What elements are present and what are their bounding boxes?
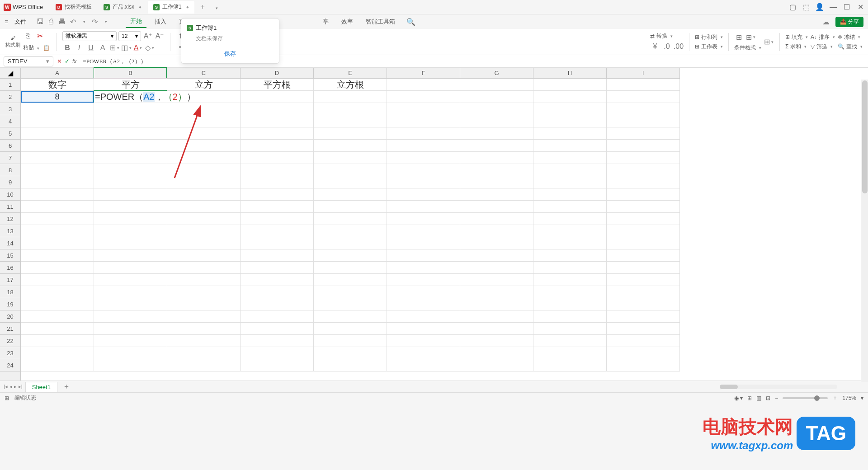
close-button[interactable]: ✕ <box>856 3 864 11</box>
col-header-F[interactable]: F <box>387 68 460 78</box>
col-header-G[interactable]: G <box>460 68 533 78</box>
cell-F24[interactable] <box>387 359 460 371</box>
cell-F22[interactable] <box>387 335 460 347</box>
cell-C9[interactable] <box>167 176 241 188</box>
row-header-6[interactable]: 6 <box>0 140 20 152</box>
add-tab-button[interactable]: ＋ <box>195 0 210 14</box>
row-header-3[interactable]: 3 <box>0 103 20 115</box>
cell-D6[interactable] <box>241 140 314 152</box>
cell-E6[interactable] <box>314 140 387 152</box>
cell-I17[interactable] <box>607 274 680 286</box>
cell-E23[interactable] <box>314 347 387 359</box>
sheet-last-icon[interactable]: ▸| <box>19 384 23 390</box>
font-size-select[interactable]: 12▾ <box>118 31 141 41</box>
cell-F10[interactable] <box>387 188 460 201</box>
cut-icon[interactable]: ✂ <box>35 31 45 41</box>
cell-H20[interactable] <box>533 310 607 323</box>
formula-confirm-icon[interactable]: ✓ <box>65 58 70 65</box>
print-preview-icon[interactable]: ⎙ <box>47 18 55 26</box>
cell-G23[interactable] <box>460 347 533 359</box>
cell-B9[interactable] <box>94 176 167 188</box>
merge-icon[interactable]: ⊞ <box>734 32 744 42</box>
cell-B19[interactable] <box>94 298 167 310</box>
col-header-H[interactable]: H <box>533 68 607 78</box>
cell-D4[interactable] <box>241 115 314 127</box>
cloud-icon[interactable]: ☁ <box>822 18 830 26</box>
row-header-17[interactable]: 17 <box>0 274 20 286</box>
hscroll-thumb[interactable] <box>720 385 738 389</box>
undo-icon[interactable]: ↶ <box>69 18 77 26</box>
zoom-dropdown[interactable]: ▾ <box>861 395 863 401</box>
cell-E21[interactable] <box>314 323 387 335</box>
col-header-C[interactable]: C <box>167 68 241 78</box>
cell-A14[interactable] <box>21 237 94 249</box>
cell-C23[interactable] <box>167 347 241 359</box>
cell-H11[interactable] <box>533 201 607 213</box>
vscroll-thumb[interactable] <box>862 80 868 193</box>
cell-F20[interactable] <box>387 310 460 323</box>
col-header-E[interactable]: E <box>314 68 387 78</box>
grid-body[interactable]: 数字8平方=POWER（A2，（2））立方平方根立方根 <box>21 79 868 381</box>
cell-H3[interactable] <box>533 103 607 115</box>
cell-H23[interactable] <box>533 347 607 359</box>
cell-I2[interactable] <box>607 91 680 103</box>
cell-D14[interactable] <box>241 237 314 249</box>
select-all-corner[interactable]: ◢ <box>0 68 21 79</box>
cell-A10[interactable] <box>21 188 94 201</box>
cell-E7[interactable] <box>314 152 387 164</box>
cell-G5[interactable] <box>460 127 533 140</box>
cell-F7[interactable] <box>387 152 460 164</box>
cell-H22[interactable] <box>533 335 607 347</box>
row-header-9[interactable]: 9 <box>0 176 20 188</box>
tab-workbook1[interactable]: S 工作簿1 ● <box>148 1 194 14</box>
col-header-B[interactable]: B <box>94 68 167 78</box>
cell-G3[interactable] <box>460 103 533 115</box>
view-eye-icon[interactable]: ◉ ▾ <box>734 395 743 401</box>
cell-E20[interactable] <box>314 310 387 323</box>
cell-A15[interactable] <box>21 249 94 262</box>
font-color-icon[interactable]: A <box>133 43 143 53</box>
add-sheet-button[interactable]: ＋ <box>60 382 73 391</box>
grid-icon[interactable]: ⊞ <box>5 395 9 401</box>
cell-C5[interactable] <box>167 127 241 140</box>
view-page-icon[interactable]: ▥ <box>756 395 761 401</box>
ribbon-tab-home[interactable]: 开始 <box>126 15 146 28</box>
share-button[interactable]: 📤 分享 <box>835 17 863 27</box>
row-header-1[interactable]: 1 <box>0 79 20 91</box>
cell-B6[interactable] <box>94 140 167 152</box>
cell-A3[interactable] <box>21 103 94 115</box>
cell-A7[interactable] <box>21 152 94 164</box>
row-header-24[interactable]: 24 <box>0 359 20 371</box>
cell-I14[interactable] <box>607 237 680 249</box>
cell-I8[interactable] <box>607 164 680 176</box>
cell-H2[interactable] <box>533 91 607 103</box>
cell-F23[interactable] <box>387 347 460 359</box>
cell-I13[interactable] <box>607 225 680 237</box>
cell-C12[interactable] <box>167 213 241 225</box>
cell-A16[interactable] <box>21 262 94 274</box>
cell-B23[interactable] <box>94 347 167 359</box>
cell-I15[interactable] <box>607 249 680 262</box>
view-break-icon[interactable]: ⊡ <box>766 395 770 401</box>
sort-button[interactable]: A↓ 排序 <box>811 33 835 41</box>
cell-I24[interactable] <box>607 359 680 371</box>
cell-E18[interactable] <box>314 286 387 298</box>
cell-B20[interactable] <box>94 310 167 323</box>
cell-E8[interactable] <box>314 164 387 176</box>
cell-D10[interactable] <box>241 188 314 201</box>
cell-A13[interactable] <box>21 225 94 237</box>
cell-D21[interactable] <box>241 323 314 335</box>
cell-G13[interactable] <box>460 225 533 237</box>
sheet-next-icon[interactable]: ▸ <box>14 384 17 390</box>
col-header-I[interactable]: I <box>607 68 680 78</box>
cell-G10[interactable] <box>460 188 533 201</box>
cell-I7[interactable] <box>607 152 680 164</box>
copy-icon[interactable]: ⎘ <box>23 31 33 41</box>
cell-E13[interactable] <box>314 225 387 237</box>
cell-G17[interactable] <box>460 274 533 286</box>
currency-icon[interactable]: ¥ <box>650 42 660 52</box>
cell-E24[interactable] <box>314 359 387 371</box>
row-header-21[interactable]: 21 <box>0 323 20 335</box>
cell-H6[interactable] <box>533 140 607 152</box>
undo-dropdown[interactable] <box>80 18 88 26</box>
